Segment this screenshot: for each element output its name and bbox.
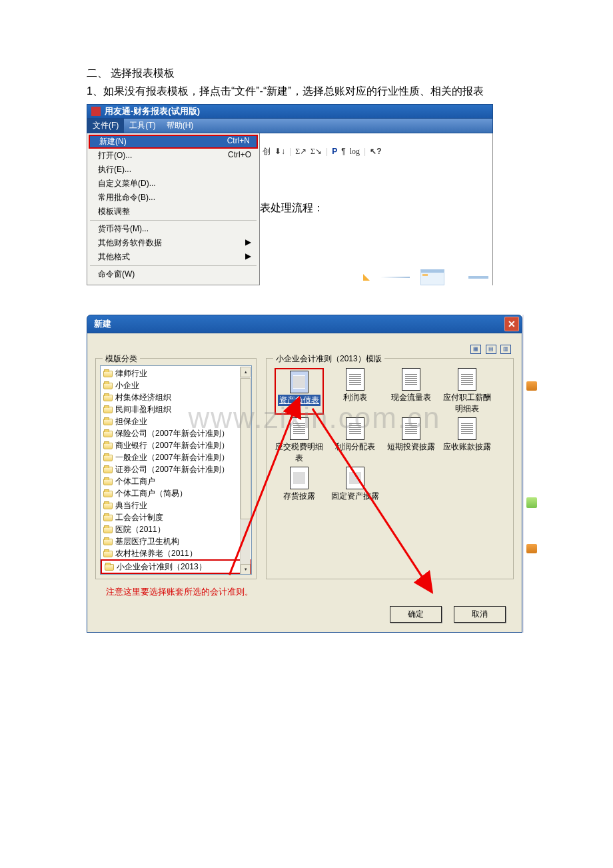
template-item[interactable]: 利润分配表: [330, 417, 380, 464]
report-icon: [402, 417, 420, 440]
template-label: 应付职工薪酬明细表: [442, 392, 492, 415]
menu-help[interactable]: 帮助(H): [161, 119, 199, 133]
folder-icon: [103, 431, 113, 437]
toolbar-icon[interactable]: Σ↘: [310, 147, 322, 157]
menu-new-label: 新建(N): [99, 136, 127, 147]
list-item[interactable]: 商业银行（2007年新会计准则）: [101, 439, 251, 451]
list-item[interactable]: 典当行业: [101, 499, 251, 511]
decoration-icon: [526, 497, 537, 508]
folder-icon: [103, 395, 113, 401]
list-item[interactable]: 个体工商户: [101, 475, 251, 487]
list-item[interactable]: 村集体经济组织: [101, 391, 251, 403]
template-item-selected[interactable]: 资产负债表: [275, 368, 324, 415]
toolbar-help-icon[interactable]: ↖?: [370, 147, 381, 156]
toolbar-icon[interactable]: Σ↗: [295, 147, 306, 157]
dialog-buttons: 确定 取消: [95, 598, 514, 623]
ok-button[interactable]: 确定: [390, 606, 442, 623]
template-item[interactable]: 应交税费明细表: [275, 417, 324, 464]
templates-fieldset: 小企业会计准则（2013）模版 资产负债表 利润表 现金流量表 应付职工薪酬明细…: [266, 358, 514, 579]
scrollbar[interactable]: ▴ ▾: [240, 367, 251, 575]
flow-icons: [363, 269, 488, 285]
list-item-selected[interactable]: 小企业会计准则（2013）: [101, 559, 251, 574]
template-item[interactable]: 现金流量表: [386, 368, 436, 415]
folder-icon: [103, 503, 113, 509]
close-button[interactable]: ✕: [504, 317, 519, 331]
triangle-icon: [363, 274, 370, 281]
list-item[interactable]: 农村社保养老（2011）: [101, 547, 251, 559]
cancel-button[interactable]: 取消: [454, 606, 506, 623]
view-large-icon[interactable]: ▦: [470, 345, 481, 354]
menu-new-shortcut: Ctrl+N: [227, 136, 250, 147]
menu-other-format[interactable]: 其他格式▶: [87, 250, 259, 264]
folder-icon: [103, 551, 113, 557]
red-note: 注意这里要选择账套所选的会计准则。: [95, 579, 514, 598]
list-item[interactable]: 证券公司（2007年新会计准则）: [101, 463, 251, 475]
list-item[interactable]: 个体工商户（简易）: [101, 487, 251, 499]
list-item[interactable]: 律师行业: [101, 367, 251, 379]
template-item[interactable]: 短期投资披露: [386, 417, 436, 464]
view-detail-icon[interactable]: ▥: [500, 345, 511, 354]
list-item[interactable]: 担保企业: [101, 415, 251, 427]
menu-currency[interactable]: 货币符号(M)...: [87, 222, 259, 236]
toolbar-icon[interactable]: 创: [263, 146, 271, 157]
decoration-icon: [526, 544, 537, 553]
toolbar-partial: 创 ⬇↓ | Σ↗ Σ↘ | P ¶ log | ↖?: [260, 144, 492, 159]
menu-tools[interactable]: 工具(T): [124, 119, 161, 133]
menu-other-finance[interactable]: 其他财务软件数据▶: [87, 236, 259, 250]
list-item[interactable]: 工会会计制度: [101, 511, 251, 523]
category-legend: 模版分类: [103, 353, 140, 365]
templates-legend: 小企业会计准则（2013）模版: [273, 353, 384, 365]
template-label: 利润分配表: [335, 441, 375, 453]
view-list-icon[interactable]: ▤: [486, 345, 496, 354]
folder-icon: [103, 443, 113, 449]
template-item[interactable]: 利润表: [330, 368, 380, 415]
menu-new[interactable]: 新建(N) Ctrl+N: [89, 135, 258, 149]
list-item[interactable]: 保险公司（2007年新会计准则）: [101, 427, 251, 439]
scroll-thumb[interactable]: [241, 378, 251, 519]
template-item[interactable]: 固定资产披露: [330, 467, 380, 502]
list-item[interactable]: 小企业: [101, 379, 251, 391]
menu-open-label: 打开(O)...: [98, 150, 132, 161]
menu-file[interactable]: 文件(F): [87, 119, 124, 133]
toolbar-log-icon[interactable]: log: [350, 147, 360, 157]
template-item[interactable]: 存货披露: [275, 467, 324, 502]
list-item[interactable]: 基层医疗卫生机构: [101, 535, 251, 547]
menu-batch[interactable]: 常用批命令(B)...: [87, 191, 259, 205]
scroll-up-icon[interactable]: ▴: [241, 367, 251, 377]
menu-cmd-window[interactable]: 命令窗(W): [87, 267, 259, 281]
report-icon: [346, 368, 364, 391]
template-label: 现金流量表: [391, 392, 431, 403]
template-item[interactable]: 应付职工薪酬明细表: [442, 368, 492, 415]
scroll-down-icon[interactable]: ▾: [241, 564, 251, 575]
screenshot-file-menu: 用友通-财务报表(试用版) 文件(F) 工具(T) 帮助(H) 新建(N) Ct…: [87, 104, 493, 285]
category-list[interactable]: 律师行业 小企业 村集体经济组织 民间非盈利组织 担保企业 保险公司（2007年…: [100, 365, 252, 575]
menu-custom[interactable]: 自定义菜单(D)...: [87, 177, 259, 191]
menu-template-adjust[interactable]: 模板调整: [87, 205, 259, 219]
report-icon: [458, 368, 476, 391]
folder-icon: [103, 383, 113, 389]
report-icon: [290, 467, 308, 489]
menu-open[interactable]: 打开(O)... Ctrl+O: [87, 149, 259, 163]
menubar: 文件(F) 工具(T) 帮助(H): [87, 119, 493, 133]
folder-icon: [103, 527, 113, 533]
menu-open-shortcut: Ctrl+O: [228, 150, 251, 161]
toolbar-icon[interactable]: ¶: [341, 147, 345, 156]
folder-icon: [103, 515, 113, 521]
list-item[interactable]: 民间非盈利组织: [101, 403, 251, 415]
report-icon: [402, 368, 420, 391]
folder-icon: [103, 407, 113, 413]
table-icon: [420, 269, 444, 285]
window-title: 用友通-财务报表(试用版): [105, 105, 200, 117]
folder-icon: [103, 479, 113, 485]
toolbar-icon[interactable]: ⬇↓: [275, 147, 285, 157]
list-item[interactable]: 一般企业（2007年新会计准则）: [101, 451, 251, 463]
folder-icon: [103, 455, 113, 461]
toolbar-p-icon[interactable]: P: [332, 147, 337, 156]
list-item[interactable]: 医院（2011）: [101, 523, 251, 535]
template-item[interactable]: 应收账款披露: [442, 417, 492, 464]
flow-label: 表处理流程：: [260, 201, 324, 215]
menu-run[interactable]: 执行(E)...: [87, 163, 259, 177]
template-label: 短期投资披露: [387, 441, 435, 453]
report-icon: [290, 417, 308, 440]
instruction-line: 1、如果没有报表模板，择点击“文件”-“新建”，选择总账对应的行业性质、相关的报…: [87, 85, 613, 99]
